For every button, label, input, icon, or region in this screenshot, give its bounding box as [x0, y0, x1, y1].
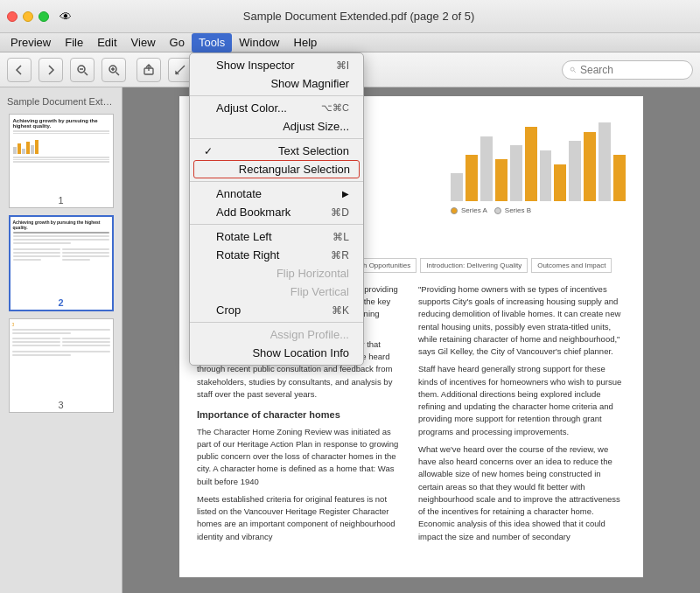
- menu-item-show-magnifier[interactable]: Show Magnifier: [190, 74, 363, 93]
- dropdown-overlay: Show Inspector ⌘I Show Magnifier Adjust …: [0, 0, 700, 593]
- menu-item-show-inspector[interactable]: Show Inspector ⌘I: [190, 56, 363, 74]
- sep1: [190, 95, 363, 96]
- menu-item-show-location-info[interactable]: Show Location Info: [190, 344, 363, 362]
- menu-item-rotate-right[interactable]: Rotate Right ⌘R: [190, 246, 363, 264]
- sep4: [190, 224, 363, 225]
- menu-item-rotate-left[interactable]: Rotate Left ⌘L: [190, 227, 363, 246]
- sep3: [190, 181, 363, 182]
- sep5: [190, 322, 363, 323]
- menu-item-flip-horizontal: Flip Horizontal: [190, 264, 363, 283]
- menu-item-annotate[interactable]: Annotate ▶: [190, 185, 363, 203]
- menu-item-text-selection[interactable]: ✓ Text Selection: [190, 142, 363, 160]
- menu-item-add-bookmark[interactable]: Add Bookmark ⌘D: [190, 203, 363, 221]
- tools-dropdown-menu: Show Inspector ⌘I Show Magnifier Adjust …: [189, 52, 364, 366]
- menu-item-assign-profile: Assign Profile...: [190, 325, 363, 344]
- menu-item-adjust-size[interactable]: Adjust Size...: [190, 117, 363, 136]
- menu-item-adjust-color[interactable]: Adjust Color... ⌥⌘C: [190, 99, 363, 117]
- menu-item-crop[interactable]: Crop ⌘K: [190, 301, 363, 319]
- menu-item-flip-vertical: Flip Vertical: [190, 283, 363, 301]
- menu-item-rectangular-selection[interactable]: Rectangular Selection: [193, 160, 360, 178]
- sep2: [190, 138, 363, 139]
